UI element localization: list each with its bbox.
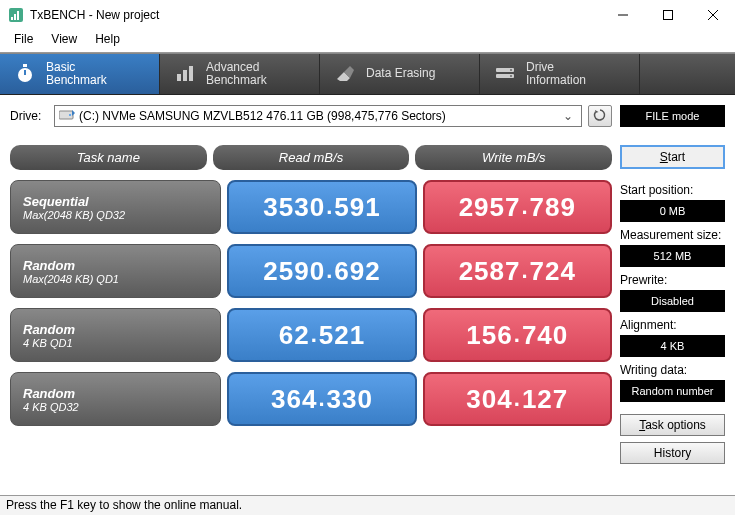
task-subtitle: 4 KB QD1 bbox=[23, 337, 208, 349]
file-mode-button[interactable]: FILE mode bbox=[620, 105, 725, 127]
prewrite-value[interactable]: Disabled bbox=[620, 290, 725, 312]
bars-icon bbox=[174, 62, 196, 87]
svg-rect-3 bbox=[17, 11, 19, 20]
menu-file[interactable]: File bbox=[6, 30, 41, 50]
header-read: Read mB/s bbox=[213, 145, 410, 170]
chevron-down-icon: ⌄ bbox=[559, 109, 577, 123]
app-icon bbox=[8, 7, 24, 23]
tab-label: Advanced Benchmark bbox=[206, 61, 267, 87]
measurement-size-value[interactable]: 512 MB bbox=[620, 245, 725, 267]
result-row: SequentialMax(2048 KB) QD323530.5912957.… bbox=[10, 180, 612, 234]
svg-rect-1 bbox=[11, 17, 13, 20]
task-title: Random bbox=[23, 258, 208, 273]
start-position-label: Start position: bbox=[620, 183, 725, 197]
svg-point-16 bbox=[510, 69, 512, 71]
alignment-label: Alignment: bbox=[620, 318, 725, 332]
svg-rect-2 bbox=[14, 14, 16, 20]
drive-icon bbox=[59, 109, 75, 124]
task-cell[interactable]: RandomMax(2048 KB) QD1 bbox=[10, 244, 221, 298]
task-cell[interactable]: SequentialMax(2048 KB) QD32 bbox=[10, 180, 221, 234]
task-cell[interactable]: Random4 KB QD1 bbox=[10, 308, 221, 362]
task-subtitle: Max(2048 KB) QD1 bbox=[23, 273, 208, 285]
task-cell[interactable]: Random4 KB QD32 bbox=[10, 372, 221, 426]
start-position-value[interactable]: 0 MB bbox=[620, 200, 725, 222]
svg-rect-13 bbox=[189, 66, 193, 81]
status-bar: Press the F1 key to show the online manu… bbox=[0, 495, 735, 515]
result-row: RandomMax(2048 KB) QD12590.6922587.724 bbox=[10, 244, 612, 298]
drive-icon bbox=[494, 62, 516, 87]
refresh-button[interactable] bbox=[588, 105, 612, 127]
svg-rect-5 bbox=[663, 11, 672, 20]
task-title: Sequential bbox=[23, 194, 208, 209]
writing-data-label: Writing data: bbox=[620, 363, 725, 377]
measurement-size-label: Measurement size: bbox=[620, 228, 725, 242]
history-button[interactable]: History bbox=[620, 442, 725, 464]
alignment-value[interactable]: 4 KB bbox=[620, 335, 725, 357]
write-value: 2957.789 bbox=[423, 180, 612, 234]
task-subtitle: Max(2048 KB) QD32 bbox=[23, 209, 208, 221]
svg-rect-12 bbox=[183, 70, 187, 81]
prewrite-label: Prewrite: bbox=[620, 273, 725, 287]
refresh-icon bbox=[593, 108, 607, 125]
header-task: Task name bbox=[10, 145, 207, 170]
write-value: 156.740 bbox=[423, 308, 612, 362]
eraser-icon bbox=[334, 62, 356, 87]
writing-data-value[interactable]: Random number bbox=[620, 380, 725, 402]
read-value: 364.330 bbox=[227, 372, 416, 426]
tab-basic-benchmark[interactable]: Basic Benchmark bbox=[0, 54, 160, 94]
svg-rect-11 bbox=[177, 74, 181, 81]
header-write: Write mB/s bbox=[415, 145, 612, 170]
tab-label: Data Erasing bbox=[366, 67, 435, 80]
minimize-button[interactable] bbox=[600, 0, 645, 30]
task-options-button[interactable]: Task options bbox=[620, 414, 725, 436]
menu-help[interactable]: Help bbox=[87, 30, 128, 50]
tab-drive-information[interactable]: Drive Information bbox=[480, 54, 640, 94]
task-title: Random bbox=[23, 322, 208, 337]
tab-label: Basic Benchmark bbox=[46, 61, 107, 87]
write-value: 2587.724 bbox=[423, 244, 612, 298]
write-value: 304.127 bbox=[423, 372, 612, 426]
drive-label: Drive: bbox=[10, 109, 48, 123]
read-value: 2590.692 bbox=[227, 244, 416, 298]
read-value: 62.521 bbox=[227, 308, 416, 362]
result-row: Random4 KB QD32364.330304.127 bbox=[10, 372, 612, 426]
task-title: Random bbox=[23, 386, 208, 401]
menu-view[interactable]: View bbox=[43, 30, 85, 50]
stopwatch-icon bbox=[14, 62, 36, 87]
window-title: TxBENCH - New project bbox=[30, 8, 600, 22]
svg-rect-9 bbox=[23, 64, 27, 67]
result-row: Random4 KB QD162.521156.740 bbox=[10, 308, 612, 362]
drive-value: (C:) NVMe SAMSUNG MZVLB512 476.11 GB (99… bbox=[79, 109, 446, 123]
svg-point-17 bbox=[510, 75, 512, 77]
tab-advanced-benchmark[interactable]: Advanced Benchmark bbox=[160, 54, 320, 94]
svg-point-19 bbox=[69, 114, 71, 116]
maximize-button[interactable] bbox=[645, 0, 690, 30]
start-button[interactable]: Start bbox=[620, 145, 725, 169]
drive-select[interactable]: (C:) NVMe SAMSUNG MZVLB512 476.11 GB (99… bbox=[54, 105, 582, 127]
task-subtitle: 4 KB QD32 bbox=[23, 401, 208, 413]
close-button[interactable] bbox=[690, 0, 735, 30]
tab-data-erasing[interactable]: Data Erasing bbox=[320, 54, 480, 94]
tab-label: Drive Information bbox=[526, 61, 586, 87]
read-value: 3530.591 bbox=[227, 180, 416, 234]
